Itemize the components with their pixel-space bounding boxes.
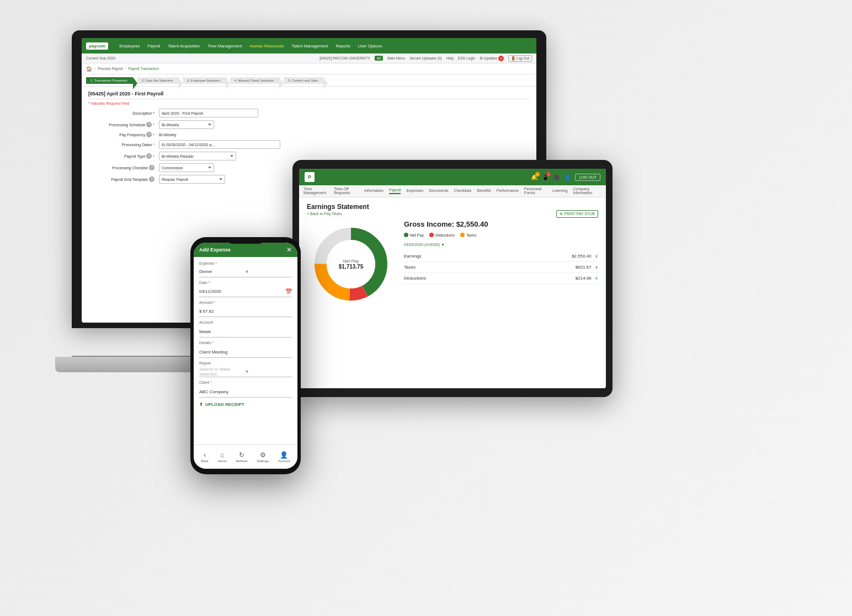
step-1[interactable]: 1. Transaction Properties bbox=[86, 77, 133, 84]
calendar-icon[interactable]: 📅 bbox=[285, 288, 292, 294]
input-description[interactable] bbox=[159, 109, 258, 117]
tab-company-info[interactable]: Company Information bbox=[573, 187, 601, 196]
legend-dot-deductions bbox=[429, 233, 434, 237]
breadcrumb-process-payroll[interactable]: Process Payroll bbox=[98, 67, 123, 71]
home-icon[interactable]: 🏠 bbox=[86, 66, 92, 72]
nav-time-management[interactable]: Time Management bbox=[207, 44, 242, 49]
expand-taxes-icon[interactable]: ∨ bbox=[595, 265, 598, 270]
upload-receipt-btn[interactable]: ⬆ UPLOAD RECEIPT bbox=[199, 402, 292, 407]
nav-home-btn[interactable]: ⌂ Home bbox=[218, 451, 227, 463]
tab-secure-uploader[interactable]: Secure Uploader (0) bbox=[409, 56, 442, 60]
refresh-icon: ↻ bbox=[239, 451, 244, 459]
legend-dot-taxes bbox=[460, 233, 465, 237]
back-label: Back bbox=[201, 459, 208, 463]
earnings-row-earnings: Earnings $2,550.40 ∨ bbox=[404, 251, 598, 262]
close-icon[interactable]: ✕ bbox=[286, 246, 292, 254]
tab-personnel-forms[interactable]: Personnel Forms bbox=[524, 187, 547, 196]
notification-badge: 1 bbox=[535, 172, 540, 176]
nav-payroll[interactable]: Payroll bbox=[147, 44, 160, 49]
tab-checklists[interactable]: Checklists bbox=[454, 189, 472, 194]
nav-employees[interactable]: Employees bbox=[119, 44, 140, 49]
nav-back-btn[interactable]: ‹ Back bbox=[201, 451, 208, 463]
tab-payroll[interactable]: Payroll bbox=[389, 188, 401, 194]
laptop-topbar: Current Year 2020 [05425] PAYCOM UNIVERS… bbox=[82, 53, 536, 63]
nav-human-resources[interactable]: Human Resources bbox=[249, 44, 284, 49]
input-account[interactable] bbox=[199, 326, 292, 338]
tab-help[interactable]: Help bbox=[446, 56, 454, 60]
row-label-taxes: Taxes bbox=[404, 265, 416, 270]
earnings-body: Net Pay $1,713.75 Gross Income: $2,550.4… bbox=[307, 220, 598, 308]
select-expense[interactable]: Dinner ▾ bbox=[199, 266, 292, 277]
account-label: Account bbox=[278, 459, 290, 463]
updates-btn[interactable]: ⚙ Updates 2 bbox=[480, 56, 504, 61]
tablet-video-icon[interactable]: 🎥 bbox=[553, 174, 560, 180]
nav-refresh-btn[interactable]: ↻ Refresh bbox=[236, 451, 247, 463]
tab-time-management[interactable]: Time Management bbox=[303, 187, 328, 196]
phone: Add Expense ✕ Expense * Dinner ▾ Date * bbox=[190, 237, 301, 474]
amount-input-wrapper: $ bbox=[199, 306, 292, 317]
expand-earnings-icon[interactable]: ∨ bbox=[595, 254, 598, 259]
nav-settings-btn[interactable]: ⚙ Settings bbox=[257, 451, 269, 463]
row-amount-taxes: $621.67 bbox=[576, 265, 592, 270]
breadcrumb-sep1: › bbox=[94, 67, 95, 71]
step-4[interactable]: 4. Manual Check Selection bbox=[230, 77, 279, 84]
nav-account-btn[interactable]: 👤 Account bbox=[278, 451, 290, 463]
tab-ess-login[interactable]: ESS Login bbox=[458, 56, 475, 60]
input-date[interactable] bbox=[199, 286, 285, 297]
field-report: Report Search or Make Selection ▾ bbox=[199, 361, 292, 377]
select-report[interactable]: Search or Make Selection ▾ bbox=[199, 366, 292, 377]
input-client[interactable] bbox=[199, 387, 292, 398]
step-5[interactable]: 5. Confirm and Start bbox=[284, 77, 323, 84]
row-amount-deductions: $214.98 bbox=[576, 276, 592, 281]
pay-period[interactable]: 04/03/2020 (#14920) ▼ bbox=[404, 243, 598, 247]
print-pay-stub-btn[interactable]: ⊕ PRINT PAY STUB bbox=[556, 210, 598, 218]
label-processing-schedule: Processing Schedule ? * bbox=[88, 122, 155, 127]
current-year: Current Year 2020 bbox=[86, 56, 115, 60]
tab-benefits[interactable]: Benefits bbox=[477, 189, 491, 194]
step-3[interactable]: 3. Employee Selection bbox=[183, 77, 226, 84]
tab-expenses[interactable]: Expenses bbox=[406, 189, 423, 194]
tablet-notification-icon[interactable]: 🔔 1 bbox=[531, 174, 537, 180]
tablet-device-icon[interactable]: 📱 1 bbox=[542, 174, 549, 180]
select-payroll-grid[interactable]: Regular Payroll bbox=[159, 175, 225, 184]
company-name: [05425] PAYCOM UNIVERSITY bbox=[320, 56, 370, 60]
select-processing-checklist[interactable]: Commission bbox=[159, 163, 214, 172]
expand-deductions-icon[interactable]: ∨ bbox=[595, 276, 598, 281]
tab-documents[interactable]: Documents bbox=[429, 189, 448, 194]
tab-time-off-requests[interactable]: Time-Off Requests bbox=[334, 187, 359, 196]
tablet-user-icon[interactable]: 👤 bbox=[564, 174, 571, 180]
tablet-logout-btn[interactable]: LOG OUT bbox=[575, 174, 600, 181]
tab-performance[interactable]: Performance bbox=[497, 189, 519, 194]
field-client: Client * bbox=[199, 381, 292, 398]
nav-talent-management[interactable]: Talent Management bbox=[292, 44, 328, 49]
input-processing-dates[interactable] bbox=[159, 140, 280, 149]
form-row-pay-frequency: Pay Frequency ? * Bi-Weekly bbox=[88, 132, 530, 137]
tab-all[interactable]: All bbox=[375, 56, 383, 61]
tab-learning[interactable]: Learning bbox=[552, 189, 567, 194]
back-to-pay-stubs[interactable]: < Back to Pay Stubs bbox=[307, 212, 598, 216]
chevron-down-icon: ▾ bbox=[246, 269, 292, 275]
logout-btn[interactable]: 🚪 Log Out bbox=[508, 55, 532, 62]
required-note: * Indicates Required Field bbox=[88, 101, 530, 105]
tab-main-menu[interactable]: Main Menu bbox=[387, 56, 405, 60]
tab-information[interactable]: Information bbox=[364, 189, 384, 194]
step-2[interactable]: 2. Data Set Selection bbox=[137, 77, 178, 84]
upload-icon: ⬆ bbox=[199, 402, 203, 407]
form-row-payroll-type: Payroll Type ? * Bi-Weekly Regular bbox=[88, 152, 530, 160]
phone-screen: Add Expense ✕ Expense * Dinner ▾ Date * bbox=[194, 243, 297, 469]
account-icon: 👤 bbox=[280, 451, 288, 459]
earnings-row-taxes: Taxes $621.67 ∨ bbox=[404, 262, 598, 273]
donut-chart: Net Pay $1,713.75 bbox=[307, 220, 395, 308]
tablet-bezel: P 🔔 1 📱 1 🎥 👤 LOG OUT bbox=[292, 160, 613, 397]
report-placeholder: Search or Make Selection bbox=[199, 367, 246, 377]
nav-reports[interactable]: Reports bbox=[336, 44, 350, 49]
breadcrumb-sep2: › bbox=[125, 67, 126, 71]
select-processing-schedule[interactable]: Bi-Weekly bbox=[159, 120, 214, 129]
input-details[interactable] bbox=[199, 347, 292, 358]
input-amount[interactable] bbox=[203, 306, 292, 317]
select-payroll-type[interactable]: Bi-Weekly Regular bbox=[159, 152, 236, 160]
refresh-label: Refresh bbox=[236, 459, 247, 463]
nav-user-options[interactable]: User Options bbox=[358, 44, 382, 49]
tablet-content: Earnings Statement < Back to Pay Stubs bbox=[299, 197, 606, 314]
nav-talent-acquisition[interactable]: Talent Acquisition bbox=[168, 44, 200, 49]
